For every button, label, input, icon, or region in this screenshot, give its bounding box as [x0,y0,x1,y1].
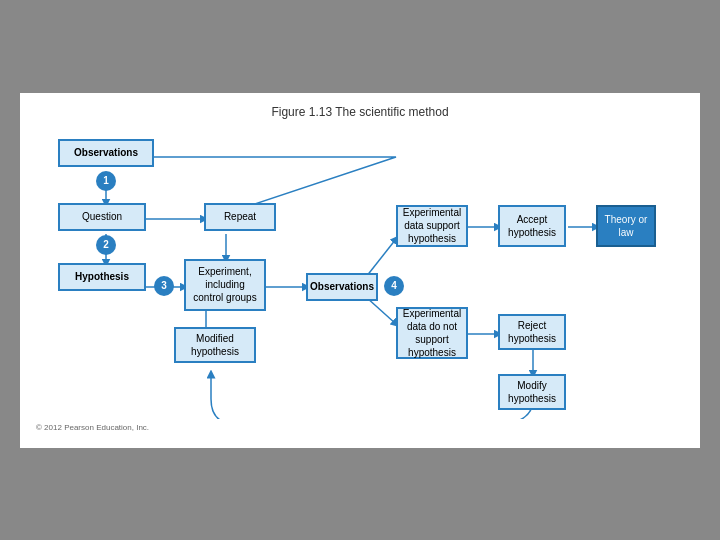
badge-4: 4 [384,276,404,296]
theory-box: Theory or law [596,205,656,247]
reject-hypothesis-box: Reject hypothesis [498,314,566,350]
copyright-text: © 2012 Pearson Education, Inc. [36,423,684,432]
experiment-box: Experiment, including control groups [184,259,266,311]
badge-3: 3 [154,276,174,296]
observations-top-box: Observations [58,139,154,167]
exp-support-box: Experimental data support hypothesis [396,205,468,247]
modified-hypothesis-box: Modified hypothesis [174,327,256,363]
badge-2: 2 [96,235,116,255]
observations-mid-box: Observations [306,273,378,301]
svg-line-7 [366,297,396,324]
diagram: Observations 1 Question 2 Hypothesis 3 R… [36,129,684,419]
repeat-box: Repeat [204,203,276,231]
accept-hypothesis-box: Accept hypothesis [498,205,566,247]
modify-hypothesis-box: Modify hypothesis [498,374,566,410]
svg-line-6 [366,239,396,277]
slide-container: Figure 1.13 The scientific method [20,93,700,448]
hypothesis-box: Hypothesis [58,263,146,291]
figure-title: Figure 1.13 The scientific method [36,105,684,119]
exp-not-support-box: Experimental data do not support hypothe… [396,307,468,359]
badge-1: 1 [96,171,116,191]
question-box: Question [58,203,146,231]
